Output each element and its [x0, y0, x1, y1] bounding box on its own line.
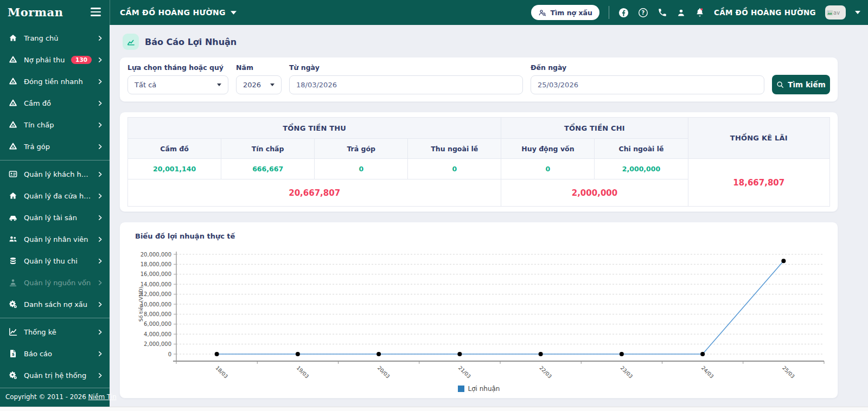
- y-tick-label: 2,000,000: [144, 341, 171, 347]
- income-tra-gop-value: 0: [315, 159, 408, 179]
- help-icon[interactable]: ?: [638, 8, 648, 18]
- chevron-right-icon: [98, 351, 103, 357]
- sidebar-item-tin-chap[interactable]: Tín chấp: [0, 114, 110, 136]
- caret-down-icon: [231, 11, 237, 15]
- sidebar-item-cam-do[interactable]: Cầm đồ: [0, 92, 110, 114]
- chevron-right-icon: [98, 329, 103, 335]
- chevron-right-icon: [98, 236, 103, 242]
- gears-icon: [8, 300, 18, 309]
- report-icon: $: [8, 349, 18, 358]
- sidebar-item-quan-ly-nhan-vien[interactable]: Quản lý nhân viên: [0, 228, 110, 250]
- to-date-input[interactable]: [531, 75, 764, 94]
- data-point[interactable]: [700, 352, 705, 356]
- sidebar-item-quan-ly-thu-chi[interactable]: Quản lý thu chi: [0, 250, 110, 272]
- store-selector[interactable]: CẦM ĐỒ HOÀNG HƯỜNG: [120, 8, 237, 17]
- svg-text:?: ?: [642, 10, 645, 16]
- income-cam-do-value: 20,001,140: [128, 159, 221, 179]
- chart-title: Biểu đồ lợi nhuận thực tế: [135, 232, 829, 240]
- find-bad-debt-button[interactable]: Tìm nợ xấu: [531, 5, 599, 20]
- col-header-tra-gop: Trả góp: [315, 139, 408, 159]
- sidebar-divider: [0, 160, 110, 160]
- col-header-chi-ngoai-le: Chi ngoài lề: [595, 139, 688, 159]
- report-chart-icon: [123, 34, 139, 50]
- chevron-right-icon: [98, 258, 103, 264]
- pawn-icon: [8, 55, 18, 64]
- month-select[interactable]: Tất cả: [127, 75, 228, 94]
- x-tick-label: 20/03: [376, 365, 391, 380]
- sidebar-item-tra-gop[interactable]: Trả góp: [0, 136, 110, 157]
- horizontal-scrollbar[interactable]: [0, 407, 868, 411]
- x-tick-label: 19/03: [295, 365, 310, 380]
- chevron-right-icon: [98, 122, 103, 128]
- y-tick-label: 16,000,000: [141, 271, 171, 277]
- gears-icon: [8, 371, 18, 380]
- broken-image-icon: [826, 9, 833, 16]
- person-search-icon: [538, 9, 546, 17]
- chart-legend[interactable]: Lợi nhuận: [129, 385, 829, 393]
- home-icon: [8, 34, 18, 42]
- chevron-right-icon: [98, 280, 103, 286]
- profit-line: [217, 261, 784, 354]
- y-tick-label: 6,000,000: [144, 321, 171, 327]
- page-title: Báo Cáo Lợi Nhuận: [145, 37, 237, 47]
- phone-icon[interactable]: [658, 8, 667, 17]
- data-point[interactable]: [539, 352, 543, 356]
- data-point[interactable]: [215, 352, 219, 356]
- y-axis-label: Số tiền (VNĐ): [138, 287, 144, 322]
- from-date-input[interactable]: [289, 75, 523, 94]
- sidebar-divider: [0, 318, 110, 318]
- sidebar-item-quan-ly-nguon-von[interactable]: Quản lý nguồn vốn: [0, 272, 110, 293]
- y-tick-label: 18,000,000: [141, 261, 171, 267]
- caret-down-icon: [270, 84, 275, 86]
- expense-group-header: TỔNG TIỀN CHI: [501, 118, 688, 139]
- topbar-divider: [609, 6, 609, 19]
- sidebar-item-thong-ke[interactable]: Thống kê: [0, 321, 110, 343]
- pawn-icon: [8, 77, 18, 86]
- data-point[interactable]: [296, 352, 300, 356]
- account-caret-down-icon[interactable]: [855, 11, 860, 14]
- facebook-icon[interactable]: [618, 8, 629, 18]
- user-icon[interactable]: [676, 8, 686, 17]
- car-icon: [8, 213, 18, 222]
- sidebar-item-trang-chu[interactable]: Trang chủ: [0, 27, 110, 49]
- store-name: CẦM ĐỒ HOÀNG HƯỜNG: [120, 8, 226, 17]
- hamburger-menu-icon[interactable]: [91, 8, 101, 16]
- topbar-actions: Tìm nợ xấu ? CẦM ĐỒ HOÀNG HƯỜNG av: [531, 5, 860, 20]
- avatar[interactable]: av: [825, 5, 846, 20]
- notification-bell-icon[interactable]: [695, 8, 705, 17]
- sidebar-item-dong-tien-nhanh[interactable]: Đóng tiền nhanh: [0, 70, 110, 92]
- income-group-header: TỔNG TIỀN THU: [128, 118, 501, 139]
- data-point[interactable]: [781, 259, 786, 263]
- sidebar-item-quan-ly-khach-hang[interactable]: Quản lý khách hàng: [0, 163, 110, 185]
- data-point[interactable]: [376, 352, 381, 356]
- x-tick-label: 24/03: [700, 365, 715, 380]
- col-header-huy-dong-von: Huy động vốn: [501, 139, 595, 159]
- sidebar-item-quan-ly-da-cua-hang[interactable]: Quản lý đa cửa hàng: [0, 185, 110, 207]
- profit-line-chart[interactable]: 02,000,0004,000,0006,000,0008,000,00010,…: [129, 247, 828, 383]
- y-tick-label: 10,000,000: [141, 301, 171, 307]
- from-date-label: Từ ngày: [289, 63, 523, 72]
- sidebar-item-quan-tri-he-thong[interactable]: Quản trị hệ thống: [0, 364, 110, 386]
- sidebar-item-quan-ly-tai-san[interactable]: Quản lý tài sản: [0, 207, 110, 228]
- main-area: CẦM ĐỒ HOÀNG HƯỜNG Tìm nợ xấu ? CẦM ĐỒ H…: [110, 0, 868, 407]
- pawn-icon: [8, 142, 18, 151]
- y-tick-label: 8,000,000: [144, 311, 171, 317]
- page-content: Báo Cáo Lợi Nhuận Lựa chọn tháng hoặc qu…: [110, 25, 868, 407]
- income-thu-ngoai-le-value: 0: [408, 159, 501, 179]
- sidebar-item-no-phai-thu[interactable]: Nợ phải thu 130: [0, 49, 110, 70]
- data-point[interactable]: [457, 352, 462, 356]
- x-tick-label: 23/03: [619, 365, 634, 380]
- x-tick-label: 22/03: [538, 365, 553, 380]
- data-point[interactable]: [620, 352, 624, 356]
- x-tick-label: 18/03: [214, 365, 229, 380]
- brand-logo: Morman: [8, 5, 63, 19]
- chevron-right-icon: [98, 171, 103, 177]
- search-button[interactable]: Tìm kiếm: [772, 75, 830, 94]
- y-tick-label: 12,000,000: [141, 291, 171, 297]
- sidebar-item-danh-sach-no-xau[interactable]: Danh sách nợ xấu: [0, 293, 110, 315]
- expense-chi-ngoai-le-value: 2,000,000: [595, 159, 688, 179]
- year-select[interactable]: 2026: [236, 75, 282, 94]
- id-card-icon: [8, 170, 18, 178]
- sidebar-item-bao-cao[interactable]: $ Báo cáo: [0, 343, 110, 364]
- account-name: CẦM ĐỒ HOÀNG HƯỜNG: [714, 8, 816, 17]
